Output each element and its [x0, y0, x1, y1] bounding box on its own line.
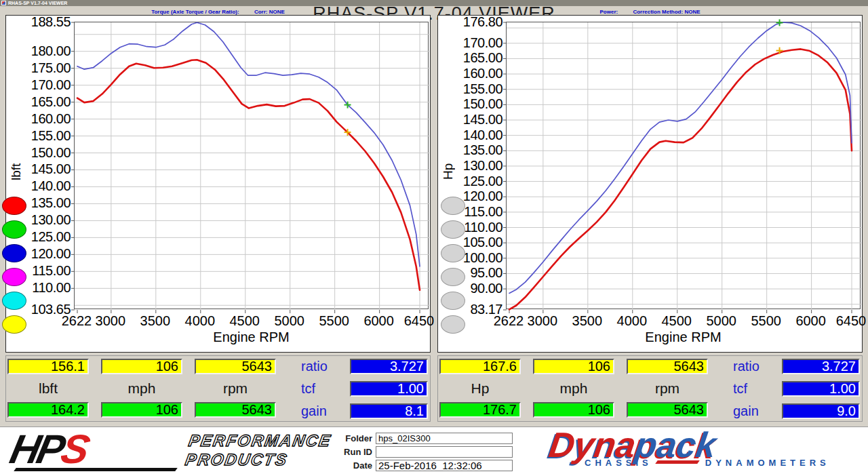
rpm-run2-value-box[interactable]: 5643 [627, 402, 708, 418]
x-tick-label: 3000 [519, 313, 566, 329]
folder-label: Folder [330, 433, 372, 443]
folder-field[interactable]: hps_02IS300 [376, 433, 513, 444]
y-tick-label: 150.00 [438, 96, 502, 112]
power-chart-title: Power: [599, 9, 618, 15]
dynapack-logo-pack: pack [633, 425, 719, 464]
y-tick-label: 170.00 [6, 77, 71, 93]
run1-torque-curve [77, 60, 420, 290]
x-tick-label: 4000 [608, 313, 656, 329]
x-tick-label: 6000 [787, 313, 835, 329]
legend-dot-3[interactable] [441, 244, 465, 262]
tcf-value-box[interactable]: 1.00 [350, 381, 428, 397]
y-tick-label: 180.00 [6, 43, 71, 59]
power-run1-value-box[interactable]: 167.6 [439, 359, 521, 374]
legend-dot-6[interactable] [441, 315, 465, 334]
x-tick-label: 4500 [653, 313, 701, 329]
x-tick-label: 6450 [395, 313, 443, 329]
torque-plot-area[interactable] [74, 22, 429, 309]
hps-tagline-line1: PERFORMANCE [187, 431, 333, 450]
run2-power-curve [509, 22, 852, 293]
hps-logo-underline [14, 468, 178, 471]
power-unit-label: Hp [439, 380, 521, 396]
rpm-run1-value-box[interactable]: 5643 [627, 359, 708, 374]
y-tick-label: 176.80 [438, 14, 502, 30]
run2-torque-curve [77, 22, 420, 266]
y-tick-label: 188.55 [6, 14, 71, 30]
torque-readout-panel: 156.1 lbft 164.2 106 mph 106 5643 rpm 56… [5, 355, 431, 422]
gain-label: gain [301, 403, 350, 419]
tcf-label: tcf [301, 381, 350, 397]
power-readout-panel: 167.6 Hp 176.7 106 mph 106 5643 rpm 5643… [437, 355, 863, 422]
x-tick-label: 3500 [564, 313, 611, 329]
legend-dot-4[interactable] [2, 268, 26, 286]
run-id-field[interactable] [376, 446, 513, 458]
power-x-axis-title: Engine RPM [506, 330, 861, 345]
x-tick-label: 4500 [221, 313, 269, 329]
gain-value-box[interactable]: 9.0 [782, 403, 860, 419]
dynapack-red-swoosh [655, 460, 700, 464]
hps-logo: HPS [11, 430, 86, 469]
x-tick-label: 2622 [53, 313, 100, 329]
speed-run2-value-box[interactable]: 106 [533, 402, 614, 418]
x-tick-label: 5500 [743, 313, 790, 329]
speed-run1-value-box[interactable]: 106 [101, 359, 182, 374]
power-run2-value-box[interactable]: 176.7 [439, 402, 521, 418]
speed-run2-value-box[interactable]: 106 [101, 402, 182, 418]
x-tick-label: 3500 [132, 313, 179, 329]
rpm-unit-label: rpm [627, 380, 708, 396]
gain-label: gain [733, 403, 782, 419]
x-tick-label: 2622 [485, 313, 532, 329]
viewer-window: RHAS-SP V1.7-04 VIEWER RHAS-SP V1.7-04 V… [0, 0, 868, 476]
x-tick-label: 6450 [827, 313, 868, 329]
power-plot-area[interactable] [506, 22, 861, 309]
torque-run2-value-box[interactable]: 164.2 [7, 402, 89, 418]
dynapack-logo: Dynapack CHASSIS DYNAMOMETERS [549, 427, 863, 468]
run1-power-curve [509, 49, 852, 309]
hps-tagline-line2: PRODUCTS [184, 450, 330, 469]
power-chart-panel: 176.80170.00165.00160.00155.00150.00145.… [437, 15, 863, 353]
run-id-label: Run ID [330, 447, 372, 457]
torque-unit-label: lbft [7, 380, 89, 396]
torque-run1-value-box[interactable]: 156.1 [7, 359, 89, 374]
y-tick-label: 165.00 [438, 50, 502, 66]
rpm-run1-value-box[interactable]: 5643 [195, 359, 276, 374]
ratio-label: ratio [733, 359, 782, 374]
legend-dot-4[interactable] [441, 268, 465, 286]
ratio-value-box[interactable]: 3.727 [350, 359, 428, 374]
date-label: Date [330, 460, 372, 471]
x-tick-label: 6000 [355, 313, 403, 329]
legend-dot-5[interactable] [2, 292, 26, 310]
speed-run1-value-box[interactable]: 106 [533, 359, 614, 374]
gain-value-box[interactable]: 8.1 [350, 403, 428, 419]
ratio-value-box[interactable]: 3.727 [782, 359, 860, 374]
power-correction-label: Correction Method: NONE [633, 9, 700, 15]
power-chart-svg [507, 22, 861, 310]
tcf-label: tcf [733, 381, 782, 397]
x-tick-label: 5500 [311, 313, 358, 329]
legend-dot-3[interactable] [2, 244, 26, 262]
y-tick-label: 165.00 [6, 94, 71, 110]
x-tick-label: 3000 [87, 313, 134, 329]
legend-dot-6[interactable] [2, 315, 26, 334]
y-tick-label: 175.00 [6, 60, 71, 76]
ratio-label: ratio [301, 359, 350, 374]
x-tick-label: 5000 [266, 313, 313, 329]
y-tick-label: 160.00 [438, 66, 502, 81]
torque-chart-panel: 188.55180.00175.00170.00165.00160.00155.… [5, 15, 431, 353]
x-tick-label: 4000 [176, 313, 224, 329]
power-chart-header: Power: Correction Method: NONE [437, 9, 863, 15]
y-tick-label: 170.00 [438, 35, 502, 51]
x-tick-label: 5000 [698, 313, 745, 329]
date-field[interactable]: 25-Feb-2016 12:32:06 [376, 460, 513, 471]
rpm-run2-value-box[interactable]: 5643 [195, 402, 276, 418]
rpm-unit-label: rpm [195, 380, 276, 396]
torque-chart-svg [75, 22, 429, 310]
torque-chart-header: Torque (Axle Torque / Gear Ratio): Corr:… [5, 9, 431, 15]
tcf-value-box[interactable]: 1.00 [782, 381, 860, 397]
speed-unit-label: mph [101, 380, 182, 396]
footer-bar: HPS PERFORMANCE PRODUCTS Folder hps_02IS… [0, 427, 868, 476]
run-info-form: Folder hps_02IS300 Run ID Date 25-Feb-20… [330, 433, 513, 473]
legend-dot-5[interactable] [441, 292, 465, 310]
y-tick-label: 155.00 [438, 81, 502, 97]
torque-correction-label: Corr: NONE [254, 9, 285, 15]
